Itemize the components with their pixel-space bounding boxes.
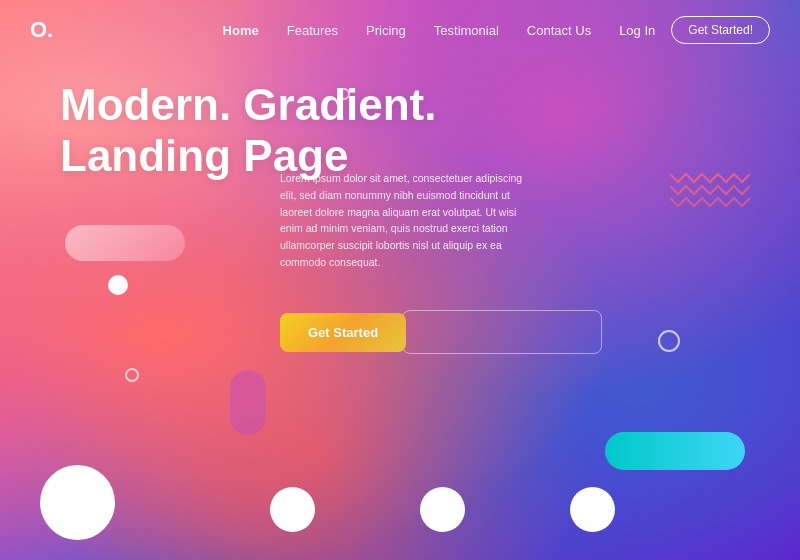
deco-circle-large-bottom-left (40, 465, 115, 540)
nav-link-testimonial[interactable]: Testimonial (434, 23, 499, 38)
deco-circle-bottom-right (570, 487, 615, 532)
nav-item-features[interactable]: Features (287, 21, 338, 39)
nav-item-contact[interactable]: Contact Us (527, 21, 591, 39)
nav-item-pricing[interactable]: Pricing (366, 21, 406, 39)
hero-section: Modern. Gradient. Landing Page (60, 80, 436, 181)
nav-actions: Log In Get Started! (619, 16, 770, 44)
cta-input-box (402, 310, 602, 354)
navbar: O. Home Features Pricing Testimonial Con… (0, 0, 800, 60)
deco-circle-outline-right (658, 330, 680, 352)
deco-circle-small-left (108, 275, 128, 295)
nav-link-pricing[interactable]: Pricing (366, 23, 406, 38)
deco-pill-left (65, 225, 185, 261)
nav-link-features[interactable]: Features (287, 23, 338, 38)
nav-links: Home Features Pricing Testimonial Contac… (223, 21, 592, 39)
deco-pill-teal-right (605, 432, 745, 470)
deco-circle-outline-left (125, 368, 139, 382)
hero-title: Modern. Gradient. Landing Page (60, 80, 436, 181)
nav-item-testimonial[interactable]: Testimonial (434, 21, 499, 39)
deco-zigzag (670, 170, 750, 210)
nav-link-home[interactable]: Home (223, 23, 259, 38)
brand-logo: O. (30, 17, 53, 43)
login-button[interactable]: Log In (619, 23, 655, 38)
get-started-nav-button[interactable]: Get Started! (671, 16, 770, 44)
hero-description: Lorem ipsum dolor sit amet, consectetuer… (280, 170, 540, 271)
deco-oval-center (230, 370, 266, 435)
get-started-cta-button[interactable]: Get Started (280, 313, 406, 352)
deco-circle-bottom-center-2 (420, 487, 465, 532)
page-wrapper: O. Home Features Pricing Testimonial Con… (0, 0, 800, 560)
nav-item-home[interactable]: Home (223, 21, 259, 39)
nav-link-contact[interactable]: Contact Us (527, 23, 591, 38)
cta-area: Get Started (280, 310, 602, 354)
hero-title-line1: Modern. Gradient. (60, 80, 436, 129)
deco-circle-bottom-center-1 (270, 487, 315, 532)
